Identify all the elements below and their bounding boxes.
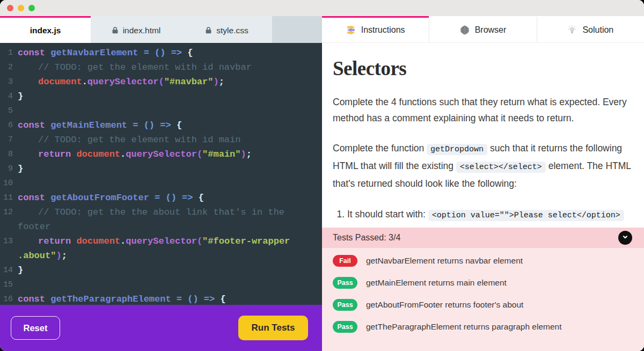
code-token: ; xyxy=(62,251,67,261)
tab-instructions[interactable]: Instructions xyxy=(322,16,429,42)
code-row: 15 xyxy=(0,277,322,292)
code-row: 9} xyxy=(0,162,322,176)
code-token: "#navbar" xyxy=(164,77,214,87)
panel-tab-bar: Instructions xyxy=(322,16,644,43)
code-token: } xyxy=(18,265,23,275)
inline-code: <select></select> xyxy=(456,162,546,173)
line-number: 15 xyxy=(0,277,13,292)
tests-results-list: FailgetNavbarElement returns navbar elem… xyxy=(322,248,644,351)
code-token: } xyxy=(18,164,23,174)
code-token: { xyxy=(220,294,225,304)
minimize-window-button[interactable] xyxy=(18,5,24,11)
code-token: = () => xyxy=(127,120,177,130)
reset-button[interactable]: Reset xyxy=(11,316,60,340)
line-number: 3 xyxy=(0,75,13,89)
code-token: ) xyxy=(213,77,218,87)
collapse-tests-button[interactable] xyxy=(618,231,632,245)
code-token: ( xyxy=(158,77,164,87)
instruction-list: It should start with: <option value="">P… xyxy=(333,206,633,224)
status-badge: Pass xyxy=(333,299,357,311)
code-line: const getTheParagraphElement = () => { xyxy=(18,292,226,305)
close-window-button[interactable] xyxy=(7,5,13,11)
code-token: ; xyxy=(246,149,252,159)
code-token: document xyxy=(76,149,120,159)
code-token: const xyxy=(18,48,50,58)
line-number: 8 xyxy=(0,147,13,162)
code-token: . xyxy=(82,77,87,87)
code-line: // TODO: get the element with id main xyxy=(38,133,240,147)
code-row: 4} xyxy=(0,89,322,104)
intro-paragraph: Complete the 4 functions such that they … xyxy=(333,94,633,126)
tab-index-js[interactable]: index.js xyxy=(0,16,91,43)
code-token: // TODO: get the element with id navbar xyxy=(38,62,252,72)
code-row: 11const getAboutFromFooter = () => { xyxy=(0,191,322,205)
run-tests-button[interactable]: Run Tests xyxy=(238,316,308,340)
code-editor[interactable]: 1const getNavbarElement = () => {2// TOD… xyxy=(0,43,322,305)
tab-bar-filler xyxy=(272,16,322,43)
code-token: ; xyxy=(219,77,224,87)
tab-solution[interactable]: Solution xyxy=(537,16,644,42)
code-token: getTheParagraphElement xyxy=(50,294,171,304)
editor-tab-bar: index.js index.html style.css xyxy=(0,16,322,43)
code-line: return document.querySelector("#footer-w… xyxy=(38,234,290,248)
code-token: querySelector xyxy=(87,77,159,87)
maximize-window-button[interactable] xyxy=(28,5,35,11)
code-token: ( xyxy=(197,236,202,246)
line-number: 4 xyxy=(0,89,13,104)
code-token: { xyxy=(177,120,182,130)
line-number: 16 xyxy=(0,292,13,305)
code-row: 10 xyxy=(0,176,322,191)
tab-label: index.html xyxy=(123,26,161,35)
code-token: } xyxy=(18,91,23,101)
code-token: = () => xyxy=(171,294,221,304)
code-line: return document.querySelector("#main"); xyxy=(38,147,252,162)
code-row: .about"); xyxy=(0,248,322,263)
editor-pane: index.js index.html style.css 1const get… xyxy=(0,16,322,351)
tab-label: Instructions xyxy=(361,25,405,35)
line-number: 12 xyxy=(0,205,13,220)
tests-panel-header: Tests Passed: 3/4 xyxy=(322,228,644,248)
code-token: . xyxy=(120,236,126,246)
editor-footer-bar: Reset Run Tests xyxy=(0,305,322,351)
test-result-row: FailgetNavbarElement returns navbar elem… xyxy=(333,255,644,267)
code-token: // TODO: get the element with id main xyxy=(38,135,240,145)
code-row: 6const getMainElement = () => { xyxy=(0,118,322,133)
app-window: index.js index.html style.css 1const get… xyxy=(0,0,644,351)
status-badge: Fail xyxy=(333,255,357,267)
code-line: } xyxy=(18,263,23,277)
line-number: 9 xyxy=(0,162,13,176)
code-row: 2// TODO: get the element with id navbar xyxy=(0,60,322,75)
code-row: 14} xyxy=(0,263,322,277)
code-row: 1const getNavbarElement = () => { xyxy=(0,46,322,60)
code-token: "#footer-wrapper xyxy=(202,236,290,246)
code-token: { xyxy=(199,193,204,203)
code-token: // TODO: get the the about link that's i… xyxy=(38,207,284,217)
tab-index-html[interactable]: index.html xyxy=(91,16,181,43)
line-number: 13 xyxy=(0,234,13,248)
test-result-row: PassgetTheParagraphElement returns parag… xyxy=(333,321,644,333)
code-token: getMainElement xyxy=(50,120,127,130)
tab-label: Solution xyxy=(582,25,613,35)
code-token: return xyxy=(38,149,76,159)
line-number: 10 xyxy=(0,176,13,191)
code-line: const getAboutFromFooter = () => { xyxy=(18,191,204,205)
code-token: getNavbarElement xyxy=(50,48,138,58)
inline-code: getDropdown xyxy=(427,144,487,155)
test-result-row: PassgetMainElement returns main element xyxy=(333,277,644,289)
code-row: footer xyxy=(0,220,322,234)
code-line: document.querySelector("#navbar"); xyxy=(38,75,224,89)
instructions-content: Selectors Complete the 4 functions such … xyxy=(322,43,644,228)
tab-style-css[interactable]: style.css xyxy=(181,16,272,43)
code-token: const xyxy=(18,294,50,304)
test-result-label: getMainElement returns main element xyxy=(366,278,507,288)
tab-browser[interactable]: Browser xyxy=(429,16,536,42)
code-token: "#main" xyxy=(202,149,240,159)
code-token: . xyxy=(120,149,126,159)
code-token: footer xyxy=(18,222,50,232)
code-line: const getNavbarElement = () => { xyxy=(18,46,193,60)
code-token: { xyxy=(187,48,193,58)
line-number: 1 xyxy=(0,46,13,60)
code-token: const xyxy=(18,193,50,203)
code-row: 7// TODO: get the element with id main xyxy=(0,133,322,147)
main-area: index.js index.html style.css 1const get… xyxy=(0,16,644,351)
